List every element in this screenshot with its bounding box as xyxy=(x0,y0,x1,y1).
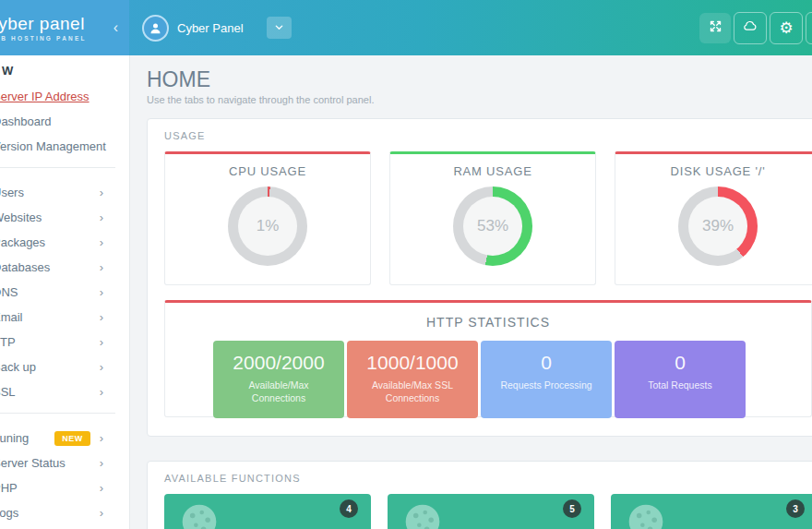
chevron-right-icon: › xyxy=(100,482,103,494)
settings-button[interactable]: ⚙ xyxy=(770,12,803,44)
sidebar-item-version-management[interactable]: Version Management xyxy=(0,134,129,159)
stat-value: 0 xyxy=(541,351,552,374)
top-bar-actions: ⚙ xyxy=(699,12,812,44)
chevron-right-icon: › xyxy=(100,432,103,444)
sidebar-item-tuning[interactable]: TuningNEW› xyxy=(0,426,129,451)
sidebar-item-back-up[interactable]: Back up› xyxy=(0,355,129,379)
ram-usage-gauge: 53% xyxy=(453,186,532,266)
user-dropdown-button[interactable] xyxy=(267,17,292,39)
chevron-right-icon: › xyxy=(100,211,103,223)
top-bar-main: Cyber Panel xyxy=(129,0,812,55)
stat-label: Available/Max Connections xyxy=(222,379,335,404)
stat-value: 0 xyxy=(675,351,686,374)
stat-value: 1000/1000 xyxy=(366,351,458,374)
page-subtitle: Use the tabs to navigate through the con… xyxy=(147,94,812,105)
function-cards-row: 4 5 xyxy=(164,494,812,529)
stat-available-max-ssl-connections: 1000/1000 Available/Max SSL Connections xyxy=(347,341,478,418)
new-badge: NEW xyxy=(54,431,90,446)
sidebar: W Server IP Address Dashboard Version Ma… xyxy=(0,55,130,529)
user-name: Cyber Panel xyxy=(177,21,244,35)
chevron-right-icon: › xyxy=(100,507,103,519)
chevron-right-icon: › xyxy=(100,261,103,273)
sidebar-item-ftp[interactable]: FTP› xyxy=(0,330,129,355)
feature-sphere-icon xyxy=(179,501,220,529)
http-statistics-card: HTTP STATISTICS 2000/2000 Available/Max … xyxy=(164,300,812,417)
chevron-right-icon: › xyxy=(100,186,103,198)
chevron-right-icon: › xyxy=(100,361,103,373)
user-menu[interactable]: Cyber Panel xyxy=(142,15,292,42)
usage-panel-label: USAGE xyxy=(164,130,812,141)
available-functions-label: AVAILABLE FUNCTIONS xyxy=(164,473,812,484)
disk-usage-gauge: 39% xyxy=(678,186,758,266)
sidebar-menu: Server IP Address Dashboard Version Mana… xyxy=(0,84,129,525)
stat-label: Total Requests xyxy=(648,379,711,391)
logo: cyber panel WEB HOSTING PANEL ‹ xyxy=(0,0,129,55)
sidebar-item-dns[interactable]: DNS› xyxy=(0,280,129,305)
chevron-right-icon: › xyxy=(100,286,103,298)
sidebar-item-dashboard[interactable]: Dashboard xyxy=(0,109,129,134)
count-badge: 3 xyxy=(786,499,805,518)
gauge-value: 1% xyxy=(238,197,297,256)
usage-panel: USAGE CPU USAGE 1% RAM USAGE 53% xyxy=(147,118,812,437)
chevron-right-icon: › xyxy=(100,457,103,469)
cloud-button[interactable] xyxy=(734,12,767,44)
sidebar-item-databases[interactable]: Databases› xyxy=(0,255,129,280)
sidebar-heading: W xyxy=(0,64,129,84)
chevron-down-icon xyxy=(274,19,284,36)
page-title: HOME xyxy=(147,67,812,91)
gauge-value: 39% xyxy=(688,197,747,256)
sidebar-item-websites[interactable]: Websites› xyxy=(0,205,129,230)
sidebar-item-server-status[interactable]: Server Status› xyxy=(0,451,129,475)
gauge-row: CPU USAGE 1% RAM USAGE 53% DISK USAGE '/… xyxy=(164,151,812,285)
cpu-usage-card: CPU USAGE 1% xyxy=(164,151,371,285)
sidebar-collapse-icon[interactable]: ‹ xyxy=(113,20,118,35)
function-card[interactable]: 4 xyxy=(164,494,371,529)
chevron-right-icon: › xyxy=(100,386,103,398)
function-card[interactable]: 3 xyxy=(611,494,812,529)
logo-tagline: WEB HOSTING PANEL xyxy=(0,35,87,42)
stat-total-requests: 0 Total Requests xyxy=(615,341,746,418)
stat-requests-processing: 0 Requests Processing xyxy=(481,341,612,418)
sidebar-item-ssl[interactable]: SSL› xyxy=(0,379,129,404)
http-stat-row: 2000/2000 Available/Max Connections 1000… xyxy=(213,341,811,418)
count-badge: 4 xyxy=(340,499,358,518)
feature-sphere-icon xyxy=(626,501,666,529)
function-card[interactable]: 5 xyxy=(388,494,594,529)
count-badge: 5 xyxy=(563,499,581,518)
stat-available-max-connections: 2000/2000 Available/Max Connections xyxy=(213,341,344,418)
stat-value: 2000/2000 xyxy=(233,351,324,374)
gauge-value: 53% xyxy=(463,197,522,256)
app-root: cyber panel WEB HOSTING PANEL ‹ Cyber Pa… xyxy=(0,0,812,529)
logo-title: cyber panel xyxy=(0,15,85,32)
ram-usage-card: RAM USAGE 53% xyxy=(389,151,596,285)
user-avatar-icon xyxy=(142,15,169,42)
http-statistics-title: HTTP STATISTICS xyxy=(165,315,811,330)
sidebar-divider xyxy=(0,413,115,414)
sidebar-item-users[interactable]: Users› xyxy=(0,180,129,205)
stat-label: Available/Max SSL Connections xyxy=(356,379,469,404)
main-content: HOME Use the tabs to navigate through th… xyxy=(130,55,812,529)
chevron-right-icon: › xyxy=(100,236,103,248)
more-button[interactable] xyxy=(806,12,812,44)
feature-sphere-icon xyxy=(402,501,443,529)
available-functions-panel: AVAILABLE FUNCTIONS xyxy=(147,461,812,529)
disk-usage-card: DISK USAGE '/' 39% xyxy=(615,151,812,285)
top-bar: cyber panel WEB HOSTING PANEL ‹ Cyber Pa… xyxy=(0,0,812,55)
sidebar-item-server-ip-address[interactable]: Server IP Address xyxy=(0,84,129,109)
gauge-title: DISK USAGE '/' xyxy=(671,164,766,178)
sidebar-item-logs[interactable]: Logs› xyxy=(0,500,129,525)
fullscreen-icon xyxy=(709,19,722,37)
stat-label: Requests Processing xyxy=(500,379,591,391)
sidebar-item-php[interactable]: PHP› xyxy=(0,475,129,500)
cpu-usage-gauge: 1% xyxy=(228,186,307,266)
gauge-title: RAM USAGE xyxy=(453,164,531,178)
gauge-title: CPU USAGE xyxy=(229,164,306,178)
cloud-icon xyxy=(742,18,758,38)
gear-icon: ⚙ xyxy=(779,20,793,36)
sidebar-item-packages[interactable]: Packages› xyxy=(0,230,129,255)
sidebar-divider xyxy=(0,167,115,168)
fullscreen-button[interactable] xyxy=(699,13,731,43)
chevron-right-icon: › xyxy=(100,311,103,323)
chevron-right-icon: › xyxy=(100,336,103,348)
sidebar-item-email[interactable]: Email› xyxy=(0,305,129,330)
